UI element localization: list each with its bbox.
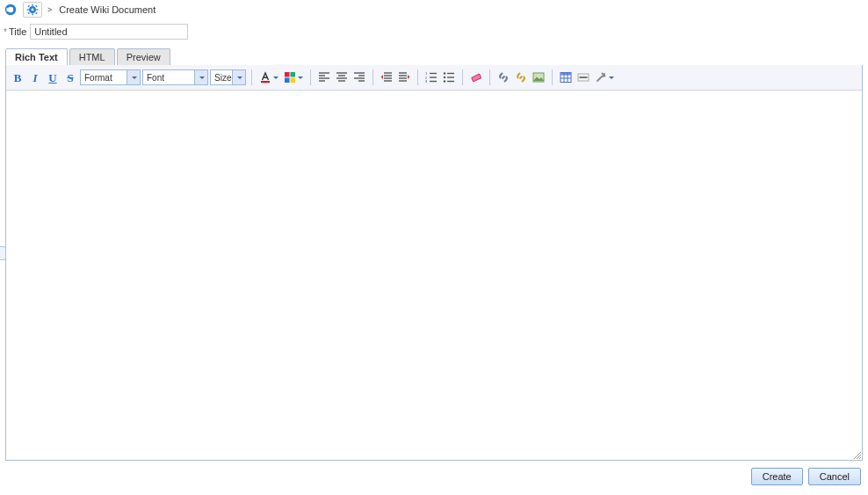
svg-rect-9 (35, 5, 37, 7)
insert-anchor-button[interactable] (513, 69, 529, 85)
erase-format-button[interactable] (468, 69, 484, 85)
editor-frame: B I U S Format Font Size (5, 65, 863, 461)
toolbar-separator (310, 69, 311, 85)
title-input[interactable] (30, 24, 188, 40)
svg-text:3: 3 (425, 79, 428, 84)
toolbar-separator (251, 69, 252, 85)
ordered-list-button[interactable]: 123 (423, 69, 439, 85)
svg-point-3 (32, 9, 34, 11)
gear-icon[interactable] (25, 3, 40, 17)
toolbar-separator (489, 69, 490, 85)
underline-button[interactable]: U (45, 69, 61, 85)
breadcrumb-separator: > (47, 5, 52, 14)
toolbar-separator (417, 69, 418, 85)
svg-rect-49 (472, 74, 481, 82)
resize-grip-icon[interactable] (852, 450, 861, 459)
size-select[interactable]: Size (210, 69, 246, 85)
background-color-button[interactable] (282, 69, 305, 85)
page-title: Create Wiki Document (57, 4, 156, 15)
svg-rect-14 (291, 72, 296, 77)
tab-html[interactable]: HTML (69, 48, 115, 65)
svg-line-51 (520, 76, 523, 79)
breadcrumb: > Create Wiki Document (0, 0, 868, 19)
align-right-button[interactable] (351, 69, 367, 85)
svg-rect-10 (27, 12, 29, 14)
insert-image-button[interactable] (531, 69, 546, 85)
toolbar-separator (373, 69, 373, 85)
svg-line-63 (859, 457, 861, 459)
indent-button[interactable] (396, 69, 412, 85)
cancel-button[interactable]: Cancel (808, 468, 861, 485)
tools-menu-button[interactable] (593, 69, 616, 85)
toolbar-separator (552, 69, 553, 85)
create-button[interactable]: Create (751, 468, 803, 485)
svg-rect-8 (27, 5, 29, 7)
tab-preview[interactable]: Preview (117, 48, 170, 65)
svg-point-48 (444, 80, 445, 82)
outdent-button[interactable] (379, 69, 394, 85)
svg-point-46 (444, 72, 445, 74)
svg-point-47 (444, 76, 445, 78)
insert-hr-button[interactable] (575, 69, 591, 85)
svg-rect-15 (285, 78, 290, 84)
insert-table-button[interactable] (558, 69, 574, 85)
unordered-list-button[interactable] (441, 69, 457, 85)
editor-tabs: Rich Text HTML Preview (0, 46, 868, 65)
text-color-button[interactable] (257, 69, 280, 85)
svg-rect-55 (561, 73, 571, 76)
format-select[interactable]: Format (80, 69, 141, 85)
align-center-button[interactable] (334, 69, 350, 85)
svg-rect-4 (32, 4, 33, 6)
footer-actions: Create Cancel (0, 461, 868, 489)
font-select[interactable]: Font (142, 69, 208, 85)
editor-textarea[interactable] (6, 91, 862, 460)
tab-rich-text[interactable]: Rich Text (5, 48, 68, 65)
insert-link-button[interactable] (495, 69, 511, 85)
svg-rect-12 (261, 81, 270, 83)
strikethrough-button[interactable]: S (62, 69, 78, 85)
svg-rect-13 (285, 72, 290, 77)
align-left-button[interactable] (316, 69, 332, 85)
svg-rect-7 (36, 9, 38, 10)
svg-rect-16 (291, 78, 296, 84)
editor-toolbar: B I U S Format Font Size (6, 65, 862, 91)
svg-line-50 (503, 76, 505, 79)
svg-rect-5 (32, 13, 33, 15)
italic-button[interactable]: I (27, 69, 43, 85)
svg-point-53 (535, 75, 538, 77)
svg-rect-11 (35, 12, 37, 14)
title-label: Title (4, 26, 26, 37)
back-icon[interactable] (4, 3, 18, 17)
svg-rect-6 (27, 9, 29, 10)
bold-button[interactable]: B (10, 69, 25, 85)
toolbar-separator (462, 69, 463, 85)
